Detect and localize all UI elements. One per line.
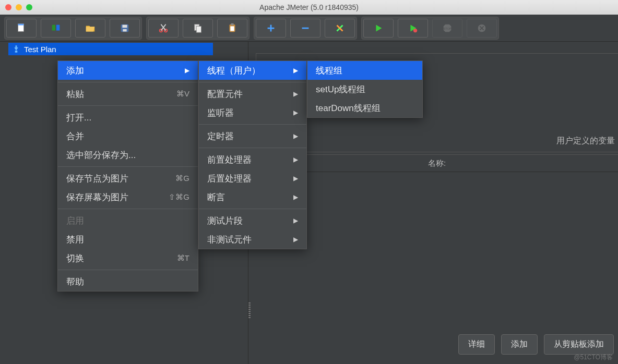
menu-item-label: 禁用 — [66, 234, 84, 246]
menu-item-label: 保存节点为图片 — [66, 173, 128, 185]
tree-root-node[interactable]: Test Plan — [8, 43, 213, 55]
menu-item-label: 保存屏幕为图片 — [66, 191, 128, 203]
submenu-add-item[interactable]: 断言▶ — [199, 188, 306, 207]
new-button[interactable] — [6, 19, 37, 38]
context-menu-item[interactable]: 禁用 — [58, 230, 198, 249]
close-icon[interactable] — [5, 4, 11, 10]
submenu-add-item[interactable]: 前置处理器▶ — [199, 150, 306, 169]
minimize-icon[interactable] — [16, 4, 22, 10]
save-button[interactable] — [110, 19, 140, 38]
submenu-threads-item[interactable]: setUp线程组 — [307, 80, 422, 99]
context-menu-item[interactable]: 粘贴⌘V — [58, 84, 198, 103]
svg-rect-13 — [230, 26, 234, 31]
submenu-add-item[interactable]: 配置元件▶ — [199, 84, 306, 103]
shutdown-button[interactable] — [467, 19, 497, 38]
open-button[interactable] — [75, 19, 105, 38]
menu-item-label: 后置处理器 — [207, 173, 252, 185]
menu-item-label: 监听器 — [207, 107, 234, 119]
menu-item-label: 粘贴 — [66, 88, 84, 100]
submenu-arrow-icon: ▶ — [293, 67, 298, 74]
submenu-add-separator — [199, 148, 306, 148]
collapse-button[interactable] — [290, 19, 320, 38]
toolbar-group-modify — [254, 17, 357, 40]
context-menu-item[interactable]: 选中部分保存为... — [58, 145, 198, 164]
detail-button[interactable]: 详细 — [458, 334, 495, 355]
maximize-icon[interactable] — [26, 4, 32, 10]
context-menu-item[interactable]: 切换⌘T — [58, 249, 198, 268]
context-menu-item[interactable]: 保存节点为图片⌘G — [58, 169, 198, 188]
submenu-arrow-icon: ▶ — [293, 175, 298, 182]
submenu-arrow-icon: ▶ — [293, 193, 298, 201]
menu-item-label: 断言 — [207, 191, 225, 203]
menu-item-label: 帮助 — [66, 276, 84, 288]
submenu-arrow-icon: ▶ — [293, 132, 298, 140]
submenu-threads-item[interactable]: tearDown线程组 — [307, 99, 422, 117]
context-menu-item[interactable]: 打开... — [58, 108, 198, 127]
submenu-add-item[interactable]: 后置处理器▶ — [199, 169, 306, 188]
context-menu: 添加▶粘贴⌘V打开...合并选中部分保存为...保存节点为图片⌘G保存屏幕为图片… — [57, 60, 198, 292]
window-titlebar: Apache JMeter (5.0 r1840935) — [0, 0, 618, 15]
menu-item-label: 测试片段 — [207, 215, 243, 227]
menu-item-label: 前置处理器 — [207, 154, 252, 166]
submenu-add-separator — [199, 82, 306, 82]
submenu-arrow-icon: ▶ — [293, 90, 298, 98]
bottom-button-row: 详细 添加 从剪贴板添加 — [458, 334, 614, 355]
submenu-add-item[interactable]: 监听器▶ — [199, 103, 306, 122]
context-menu-item[interactable]: 添加▶ — [58, 61, 198, 80]
toggle-button[interactable] — [325, 19, 355, 38]
menu-item-label: 切换 — [66, 252, 84, 264]
splitter-handle[interactable] — [248, 302, 251, 318]
menu-item-label: 定时器 — [207, 130, 234, 142]
submenu-add-item[interactable]: 非测试元件▶ — [199, 230, 306, 249]
paste-button[interactable] — [217, 19, 247, 38]
expand-button[interactable] — [256, 19, 286, 38]
submenu-threads-item[interactable]: 线程组 — [307, 61, 422, 80]
svg-rect-17 — [15, 51, 18, 53]
submenu-add-separator — [199, 209, 306, 209]
menu-item-label: 启用 — [66, 215, 84, 227]
svg-text:STOP: STOP — [444, 27, 451, 30]
svg-rect-12 — [231, 23, 234, 25]
variables-panel-title: 用户定义的变量 — [556, 136, 615, 147]
menu-item-label: 线程组 — [316, 65, 342, 77]
traffic-lights — [5, 4, 32, 10]
start-no-timers-button[interactable] — [398, 19, 428, 38]
menu-item-shortcut: ⌘G — [175, 174, 189, 183]
toolbar: STOP — [0, 15, 618, 42]
cut-button[interactable] — [148, 19, 179, 38]
submenu-arrow-icon: ▶ — [293, 217, 298, 224]
name-column-header: 名称: — [256, 154, 618, 172]
stop-button[interactable]: STOP — [432, 19, 462, 38]
submenu-add-item[interactable]: 定时器▶ — [199, 127, 306, 145]
from-clipboard-button[interactable]: 从剪贴板添加 — [544, 334, 614, 355]
menu-item-label: tearDown线程组 — [316, 102, 381, 114]
svg-rect-5 — [122, 25, 127, 28]
templates-button[interactable] — [41, 19, 71, 38]
menu-item-shortcut: ⌘T — [177, 253, 189, 263]
svg-rect-3 — [56, 25, 60, 30]
start-button[interactable] — [363, 19, 394, 38]
menu-item-shortcut: ⇧⌘G — [169, 192, 189, 202]
svg-rect-10 — [196, 26, 201, 32]
add-button[interactable]: 添加 — [501, 334, 538, 355]
submenu-add-item[interactable]: 测试片段▶ — [199, 211, 306, 230]
window-title: Apache JMeter (5.0 r1840935) — [259, 3, 359, 11]
svg-rect-1 — [18, 23, 24, 25]
toolbar-group-edit — [146, 17, 249, 40]
menu-item-label: 非测试元件 — [207, 234, 252, 246]
svg-point-14 — [413, 28, 417, 32]
toolbar-group-file — [4, 17, 142, 40]
context-menu-item[interactable]: 保存屏幕为图片⇧⌘G — [58, 188, 198, 207]
menu-item-label: setUp线程组 — [316, 83, 365, 95]
submenu-add-item[interactable]: 线程（用户）▶ — [199, 61, 306, 80]
submenu-arrow-icon: ▶ — [293, 236, 298, 243]
copy-button[interactable] — [183, 19, 213, 38]
context-menu-item[interactable]: 合并 — [58, 127, 198, 145]
menu-item-label: 选中部分保存为... — [66, 149, 136, 161]
svg-rect-6 — [123, 29, 126, 31]
submenu-add: 线程（用户）▶配置元件▶监听器▶定时器▶前置处理器▶后置处理器▶断言▶测试片段▶… — [198, 60, 307, 249]
context-menu-item[interactable]: 帮助 — [58, 272, 198, 291]
context-menu-separator — [58, 166, 198, 167]
menu-item-label: 线程（用户） — [207, 65, 260, 77]
watermark: @51CTO博客 — [574, 353, 613, 362]
